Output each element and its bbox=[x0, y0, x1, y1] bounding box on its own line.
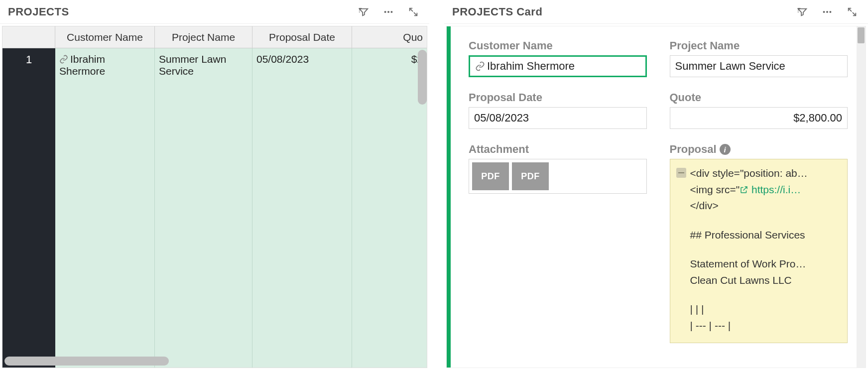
card-filter-icon[interactable] bbox=[795, 5, 809, 19]
attachment-link-icon bbox=[59, 55, 68, 64]
table-row[interactable]: Ibrahim Shermore Summer Lawn Service 05/… bbox=[55, 48, 427, 368]
projects-grid: Customer Name Project Name Proposal Date… bbox=[2, 26, 427, 368]
card-title: PROJECTS Card bbox=[452, 5, 542, 18]
svg-point-0 bbox=[384, 10, 386, 12]
pdf-attachment-1[interactable]: PDF bbox=[472, 162, 509, 190]
card-header-actions bbox=[795, 5, 864, 19]
col-customer-name[interactable]: Customer Name bbox=[55, 26, 155, 48]
svg-point-5 bbox=[829, 10, 831, 12]
proposal-line-7: | | | bbox=[676, 301, 842, 318]
more-menu-icon[interactable] bbox=[381, 5, 395, 19]
label-proposal-text: Proposal bbox=[670, 143, 717, 156]
row-number[interactable]: 1 bbox=[2, 48, 55, 82]
proposal-line-3: </div> bbox=[676, 198, 842, 214]
attachment-box[interactable]: PDF PDF bbox=[469, 159, 647, 194]
proposal-box[interactable]: <div style="position: ab… <img src=" htt… bbox=[670, 159, 848, 343]
proposal-line-5: Statement of Work Pro… bbox=[676, 256, 842, 272]
horizontal-scrollbar[interactable] bbox=[4, 357, 169, 366]
info-icon[interactable]: i bbox=[720, 144, 731, 155]
field-project-name: Project Name Summer Lawn Service bbox=[670, 39, 848, 77]
field-proposal-date: Proposal Date 05/08/2023 bbox=[469, 91, 647, 129]
projects-title: PROJECTS bbox=[8, 5, 69, 18]
input-customer-name[interactable]: Ibrahim Shermore bbox=[469, 55, 647, 77]
cell-project-name[interactable]: Summer Lawn Service bbox=[155, 48, 252, 368]
card-body: Customer Name Ibrahim Shermore Project N… bbox=[451, 26, 857, 368]
field-customer-name: Customer Name Ibrahim Shermore bbox=[469, 39, 647, 77]
grid-header: Customer Name Project Name Proposal Date… bbox=[2, 26, 427, 48]
filter-icon[interactable] bbox=[357, 5, 371, 19]
value-proposal-date: 05/08/2023 bbox=[474, 112, 529, 124]
projects-header-actions bbox=[357, 5, 425, 19]
value-quote: $2,800.00 bbox=[793, 112, 842, 124]
card-more-menu-icon[interactable] bbox=[820, 5, 834, 19]
value-project-name: Summer Lawn Service bbox=[675, 60, 785, 73]
grid-body: 1 Ibrahim Shermore Summer Lawn Service 0… bbox=[2, 48, 427, 368]
cell-proposal-date[interactable]: 05/08/2023 bbox=[252, 48, 352, 368]
col-quote[interactable]: Quo bbox=[352, 26, 427, 48]
label-attachment: Attachment bbox=[469, 143, 647, 156]
label-proposal: Proposal i bbox=[670, 143, 848, 156]
projects-header: PROJECTS bbox=[0, 0, 429, 24]
scrollbar-thumb[interactable] bbox=[858, 27, 865, 43]
field-attachment: Attachment PDF PDF bbox=[469, 143, 647, 343]
card-vertical-scrollbar[interactable] bbox=[857, 26, 866, 368]
proposal-line-2: <img src=" https://i.i… bbox=[676, 182, 842, 198]
proposal-line-8: | --- | --- | bbox=[676, 318, 842, 334]
field-quote: Quote $2,800.00 bbox=[670, 91, 848, 129]
pdf-attachment-2[interactable]: PDF bbox=[512, 162, 549, 190]
card-header: PROJECTS Card bbox=[444, 0, 868, 24]
cell-quote[interactable]: $2 bbox=[352, 48, 427, 368]
field-proposal: Proposal i <div style="position: ab… <im… bbox=[670, 143, 848, 343]
link-icon bbox=[475, 61, 485, 71]
col-project-name[interactable]: Project Name bbox=[155, 26, 252, 48]
rownum-header bbox=[2, 26, 55, 48]
rownum-column: 1 bbox=[2, 48, 55, 368]
proposal-line-4: ## Professional Services bbox=[676, 227, 842, 244]
label-proposal-date: Proposal Date bbox=[469, 91, 647, 104]
label-customer-name: Customer Name bbox=[469, 39, 647, 52]
card-content: Customer Name Ibrahim Shermore Project N… bbox=[446, 26, 866, 368]
card-expand-icon[interactable] bbox=[845, 5, 859, 19]
proposal-line-1: <div style="position: ab… bbox=[676, 165, 842, 182]
input-proposal-date[interactable]: 05/08/2023 bbox=[469, 107, 647, 129]
value-customer-name: Ibrahim Shermore bbox=[487, 60, 575, 73]
label-quote: Quote bbox=[670, 91, 848, 104]
input-project-name[interactable]: Summer Lawn Service bbox=[670, 55, 848, 77]
expand-icon[interactable] bbox=[406, 5, 420, 19]
col-proposal-date[interactable]: Proposal Date bbox=[252, 26, 352, 48]
projects-card-panel: PROJECTS Card Customer Name bbox=[444, 0, 868, 370]
collapse-icon[interactable] bbox=[676, 168, 686, 178]
cell-customer-name[interactable]: Ibrahim Shermore bbox=[55, 48, 155, 368]
card-accent-bar bbox=[447, 26, 451, 368]
svg-point-1 bbox=[387, 10, 389, 12]
svg-point-4 bbox=[826, 10, 828, 12]
projects-panel: PROJECTS Customer Name Project Name Prop… bbox=[0, 0, 429, 370]
svg-point-3 bbox=[823, 10, 825, 12]
input-quote[interactable]: $2,800.00 bbox=[670, 107, 848, 129]
label-project-name: Project Name bbox=[670, 39, 848, 52]
proposal-line-6: Clean Cut Lawns LLC bbox=[676, 272, 842, 289]
external-link-icon bbox=[740, 185, 748, 194]
svg-point-2 bbox=[390, 10, 392, 12]
panel-separator bbox=[429, 0, 444, 370]
vertical-scrollbar[interactable] bbox=[418, 50, 427, 105]
